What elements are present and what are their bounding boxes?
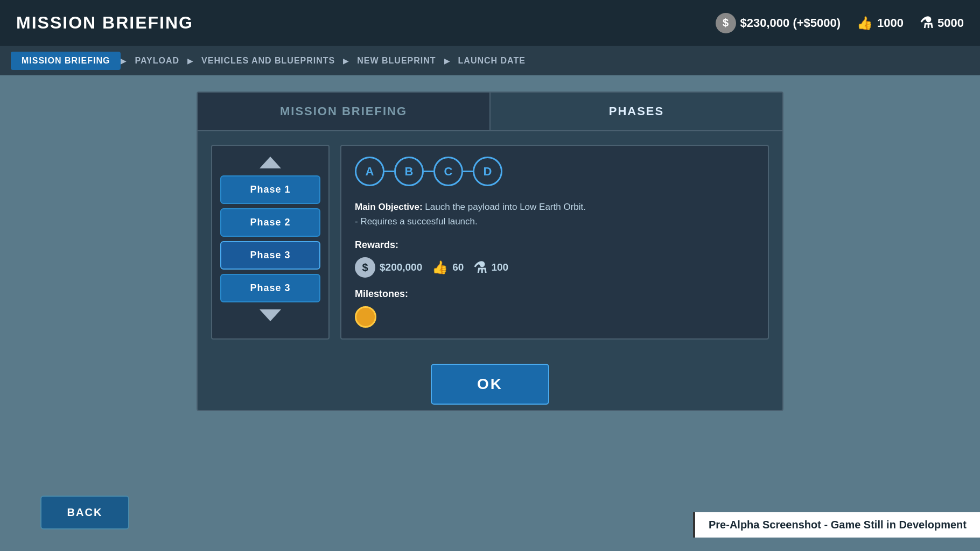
rewards-row: $ $200,000 👍 60 ⚗ 100 <box>355 257 754 278</box>
bottom-bar: OK <box>198 353 782 410</box>
phase-1-button[interactable]: Phase 1 <box>220 175 320 204</box>
milestone-coin <box>355 306 376 328</box>
reputation-value: 1000 <box>877 16 904 30</box>
nav-payload[interactable]: PAYLOAD <box>127 56 187 66</box>
money-icon: $ <box>716 13 736 33</box>
nav-launch-date[interactable]: LAUNCH DATE <box>450 56 534 66</box>
top-header: MISSION BRIEFING $ $230,000 (+$5000) 👍 1… <box>0 0 980 46</box>
phase-list-panel: Phase 1 Phase 2 Phase 3 Phase 3 <box>211 145 330 340</box>
circle-connector-1 <box>384 171 394 172</box>
phase-3-button-b[interactable]: Phase 3 <box>220 274 320 302</box>
reward-research: ⚗ 100 <box>473 259 508 277</box>
reward-money-value: $200,000 <box>380 262 422 273</box>
top-resources: $ $230,000 (+$5000) 👍 1000 ⚗ 5000 <box>716 13 964 33</box>
reputation-resource: 👍 1000 <box>857 16 904 31</box>
rewards-section: Rewards: $ $200,000 👍 60 ⚗ 100 <box>355 239 754 278</box>
flask-icon: ⚗ <box>920 14 933 32</box>
reward-research-value: 100 <box>491 262 508 273</box>
main-objective-text: Main Objective: Lauch the payload into L… <box>355 200 754 229</box>
money-value: $230,000 (+$5000) <box>740 16 841 30</box>
phase-circle-a[interactable]: A <box>355 157 384 186</box>
nav-bar: MISSION BRIEFING ▶ PAYLOAD ▶ VEHICLES AN… <box>0 46 980 75</box>
reward-flask-icon: ⚗ <box>473 259 487 277</box>
phases-content: Phase 1 Phase 2 Phase 3 Phase 3 A B C <box>198 131 782 353</box>
phase-list-up-arrow[interactable] <box>260 154 281 171</box>
nav-vehicles[interactable]: VEHICLES AND BLUEPRINTS <box>193 56 343 66</box>
back-button[interactable]: BACK <box>40 496 129 529</box>
reward-dollar-icon: $ <box>355 257 375 278</box>
nav-arrow-2: ▶ <box>187 56 193 65</box>
rewards-label: Rewards: <box>355 239 754 251</box>
reward-reputation-value: 60 <box>452 262 464 273</box>
circle-connector-3 <box>463 171 473 172</box>
tab-phases[interactable]: PHASES <box>491 93 782 130</box>
money-resource: $ $230,000 (+$5000) <box>716 13 841 33</box>
reward-reputation: 👍 60 <box>432 260 464 275</box>
phase-detail: A B C D Main Objective: Lauch the payloa… <box>340 145 769 340</box>
reward-money: $ $200,000 <box>355 257 422 278</box>
research-value: 5000 <box>937 16 964 30</box>
tabs: MISSION BRIEFING PHASES <box>198 93 782 131</box>
phase-3-button-a[interactable]: Phase 3 <box>220 241 320 270</box>
ok-button[interactable]: OK <box>431 364 549 405</box>
reward-thumbs-icon: 👍 <box>432 260 448 275</box>
phase-2-button[interactable]: Phase 2 <box>220 208 320 237</box>
phase-circle-c[interactable]: C <box>433 157 463 186</box>
nav-new-blueprint[interactable]: NEW BLUEPRINT <box>349 56 444 66</box>
nav-arrow-1: ▶ <box>121 56 127 65</box>
main-objective-body: Lauch the payload into Low Earth Orbit. <box>423 202 586 212</box>
nav-arrow-3: ▶ <box>343 56 349 65</box>
main-objective-label: Main Objective: <box>355 202 423 212</box>
nav-arrow-4: ▶ <box>444 56 450 65</box>
phase-circles: A B C D <box>355 157 754 186</box>
requirement-text: - Requires a succesful launch. <box>355 216 478 227</box>
main-content: MISSION BRIEFING PHASES Phase 1 Phase 2 … <box>197 91 783 411</box>
circle-connector-2 <box>424 171 433 172</box>
milestones-label: Milestones: <box>355 288 754 300</box>
page-title: MISSION BRIEFING <box>16 13 193 33</box>
watermark: Pre-Alpha Screenshot - Game Still in Dev… <box>693 512 980 538</box>
research-resource: ⚗ 5000 <box>920 14 964 32</box>
phase-circle-d[interactable]: D <box>473 157 502 186</box>
phase-list-down-arrow[interactable] <box>260 307 281 324</box>
nav-mission-briefing[interactable]: MISSION BRIEFING <box>11 52 121 70</box>
tab-mission-briefing[interactable]: MISSION BRIEFING <box>198 93 491 130</box>
reputation-icon: 👍 <box>857 16 873 31</box>
phase-circle-b[interactable]: B <box>394 157 424 186</box>
milestones-section: Milestones: <box>355 288 754 328</box>
